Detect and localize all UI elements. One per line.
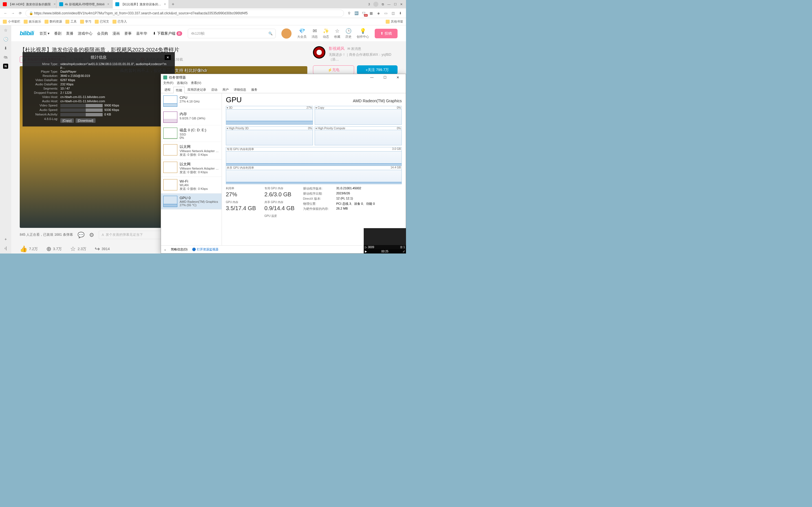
download-client[interactable]: ⬇下载客户端新 [153,31,182,36]
pip-close-icon[interactable]: ⤢ [403,250,405,253]
tab-details[interactable]: 详细信息 [232,87,248,93]
new-tab-button[interactable]: + [169,0,177,8]
resource-monitor-link[interactable]: 🔵 打开资源监视器 [192,247,218,251]
uploader-name[interactable]: 影视飓风 [329,46,345,51]
perf-item-cpu[interactable]: CPU27% 4.18 GHz [161,93,221,109]
tab-performance[interactable]: 性能 [173,87,185,93]
nav-vip[interactable]: 💎大会员 [297,28,306,39]
bag-icon[interactable]: 🛍 [3,55,8,60]
nav-moments[interactable]: ✨动态 [323,28,329,39]
tab-users[interactable]: 用户 [220,87,231,93]
perf-item-net[interactable]: 以太网VMware Network Adapter …发送: 0 接收: 0 K… [161,159,221,177]
tab-services[interactable]: 服务 [249,87,260,93]
danmu-toggle-icon[interactable]: 💬 [78,231,85,238]
nav-shop[interactable]: 会员购 [97,31,108,36]
extension-icon[interactable]: 🛡84 [361,11,366,15]
notion-icon[interactable]: N [3,64,8,69]
download-button[interactable]: [Download] [75,118,96,123]
collapse-icon[interactable]: ⌄ [164,247,166,251]
downloads-icon[interactable]: ⬇ [3,46,8,51]
nav-creator[interactable]: 💡创作中心 [357,28,369,39]
bookmark-folder[interactable]: 工具 [65,19,77,24]
menu-view[interactable]: 查看(V) [191,81,201,87]
close-icon[interactable]: ✕ [400,3,403,6]
bookmark-folder[interactable]: 小书签栏 [3,19,20,24]
tab-count-badge[interactable]: 3 [368,3,370,6]
close-icon[interactable]: × [107,2,109,6]
tab-processes[interactable]: 进程 [162,87,173,93]
close-icon[interactable]: ✕ [392,74,403,81]
perf-item-mem[interactable]: 内存9.8/28.7 GB (34%) [161,109,221,125]
maximize-icon[interactable]: ☐ [379,74,391,81]
qr-icon[interactable]: ▦ [369,11,373,15]
like-button[interactable]: 👍7.2万 [20,245,38,252]
nav-messages[interactable]: ✉消息 [312,28,318,39]
favorite-button[interactable]: ☆2.3万 [70,245,86,252]
browser-tab-0[interactable]: 【4K·HDR】激发你设备的极限× [0,0,56,8]
bookmark-folder[interactable]: 已导入 [112,19,127,24]
taskmgr-titlebar[interactable]: 任务管理器 — ☐ ✕ [161,74,406,81]
nav-history[interactable]: 🕒历史 [345,28,352,39]
search-icon[interactable]: ⚲ [347,11,351,15]
tab-apphistory[interactable]: 应用历史记录 [185,87,208,93]
bookmark-folder[interactable]: 已写文 [95,19,109,24]
maximize-icon[interactable]: ☐ [394,3,397,6]
search-input[interactable]: 4k120帧🔍 [188,29,276,38]
charge-button[interactable]: ⚡ 充电 [313,65,354,74]
brief-info-link[interactable]: 简略信息(D) [171,247,188,251]
browser-tab-1[interactable]: 4k 影视飓风-哔哩哔哩_Bilibili× [56,0,112,8]
bilibili-logo[interactable]: bilibili [20,30,34,37]
bookmark-folder[interactable]: 娱乐娱乐 [24,19,41,24]
browser-tab-2[interactable]: 【杜比视界】激发你设备的…× [112,0,169,8]
close-icon[interactable]: × [164,2,166,6]
user-avatar[interactable] [282,29,292,39]
cast-icon[interactable]: ◈ [376,11,380,15]
uploader-avatar[interactable] [313,46,325,59]
search-icon[interactable]: 🔍 [268,32,273,36]
translate-icon[interactable]: 🔤 [354,11,359,15]
picture-in-picture[interactable]: ▷ 3009☰ 1 ▶00:25⤢ [364,228,406,253]
reload-icon[interactable]: ⟳ [18,11,22,15]
bookmark-folder[interactable]: 数码资源 [45,19,62,24]
danmu-settings-icon[interactable]: ⚙ [89,231,94,238]
nav-esports[interactable]: 赛事 [124,31,132,36]
menu-options[interactable]: 选项(O) [177,81,188,87]
nav-festival[interactable]: 嘉年华 [136,31,147,36]
nav-manga[interactable]: 漫画 [112,31,120,36]
bookmark-folder[interactable]: 其他书签 [386,19,403,24]
restore-icon[interactable]: ⧉ [382,3,384,6]
nav-home[interactable]: 首页 ▾ [40,31,50,36]
collapse-icon[interactable]: ‹| [3,245,8,251]
nav-anime[interactable]: 番剧 [54,31,61,36]
nav-live[interactable]: 直播 [66,31,73,36]
reader-icon[interactable]: ▭ [384,11,388,15]
copy-button[interactable]: [Copy] [60,118,74,123]
star-icon[interactable]: ☆ [3,27,8,33]
close-icon[interactable]: × [54,2,56,6]
back-icon[interactable]: ← [3,11,8,15]
minimize-icon[interactable]: — [366,74,377,81]
minimize-icon[interactable]: — [388,3,391,6]
profile-avatar[interactable] [373,2,378,7]
coin-button[interactable]: ⊕3.7万 [46,245,62,252]
nav-favorites[interactable]: ☆收藏 [334,28,340,39]
forward-icon[interactable]: → [11,11,15,15]
download-icon[interactable]: ⬇ [398,11,403,15]
menu-file[interactable]: 文件(F) [163,81,173,87]
nav-game[interactable]: 游戏中心 [78,31,93,36]
share-button[interactable]: ↪3914 [95,245,110,252]
url-field[interactable]: 🔒 https://www.bilibili.com/video/BV1hu4m… [26,10,344,17]
sidebar-icon[interactable]: ◫ [391,11,395,15]
play-icon[interactable]: ▶ [365,250,367,253]
perf-item-net[interactable]: 以太网VMware Network Adapter …发送: 0 接收: 0 K… [161,142,221,159]
perf-item-disk[interactable]: 磁盘 0 (C: D: E:)SSD0% [161,125,221,142]
tab-startup[interactable]: 启动 [209,87,220,93]
follow-button[interactable]: + 关注 799.7万 [357,65,398,74]
add-icon[interactable]: + [3,237,8,242]
perf-item-gpu[interactable]: GPU 0AMD Radeon(TM) Graphics27% (55 °C) [161,193,221,210]
send-message[interactable]: ✉ 发消息 [347,47,361,51]
publish-button[interactable]: ⬆投稿 [375,29,398,38]
history-icon[interactable]: 🕒 [3,37,8,42]
perf-item-net[interactable]: Wi-FiWLAN发送: 0 接收: 0 Kbps [161,177,221,193]
bookmark-folder[interactable]: 学习 [80,19,91,24]
